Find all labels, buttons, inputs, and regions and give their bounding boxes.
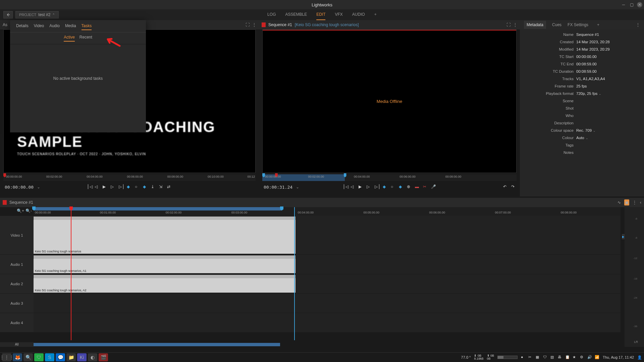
app-resolve[interactable]: ◐: [88, 353, 97, 361]
app-k[interactable]: Ki: [77, 353, 87, 361]
tray-print-icon[interactable]: 🖶: [558, 355, 562, 360]
meta-value[interactable]: 720p, 25 fps⌄: [576, 92, 601, 96]
popup-tab-tasks[interactable]: Tasks: [82, 23, 92, 30]
add-cue-icon[interactable]: ⊕: [407, 184, 412, 190]
meta-row[interactable]: Colour spaceRec. 709⌄: [520, 127, 644, 134]
chevron-down-icon[interactable]: ⌄: [586, 136, 588, 140]
undo-icon[interactable]: ↶: [503, 184, 508, 190]
menu-dots-icon[interactable]: ⋮: [636, 22, 640, 27]
tray-gpu-icon[interactable]: ▧: [550, 355, 555, 360]
source-ruler[interactable]: 00:00:00.00 00:02:00.00 00:04:00.00 00:0…: [3, 174, 256, 181]
track-lane[interactable]: Keio SG coaching tough scenarios, A2: [34, 274, 621, 293]
replace-icon[interactable]: ⇄: [167, 184, 172, 190]
expand-meter-icon[interactable]: ▶: [622, 234, 625, 239]
source-timecode[interactable]: 00:00:00.00: [5, 185, 34, 190]
meta-row[interactable]: Description: [520, 119, 644, 127]
meta-row[interactable]: TC Duration00:08:59.00: [520, 68, 644, 75]
app-skype[interactable]: S: [45, 353, 54, 361]
track-all-label[interactable]: All: [0, 342, 34, 347]
track-label[interactable]: Video 1: [0, 216, 34, 254]
app-shield[interactable]: 🛡: [34, 353, 44, 361]
tray-volume-icon[interactable]: 🔊: [587, 355, 592, 360]
mark-in-icon[interactable]: ◆: [127, 184, 132, 190]
timeline-ruler[interactable]: 00:00:00.00 00:01:00.00 00:02:00.00 00:0…: [34, 207, 621, 216]
play-icon[interactable]: ▶: [359, 184, 364, 190]
add-tab-icon[interactable]: +: [597, 22, 599, 27]
app-files[interactable]: 📁: [66, 353, 76, 361]
user-icon[interactable]: 👤: [637, 355, 642, 360]
meta-value[interactable]: 00:08:59.00: [576, 62, 597, 66]
menu-dots-icon[interactable]: ⋮: [252, 22, 256, 27]
project-selector[interactable]: PROJECT test #2 ⌃: [15, 11, 59, 18]
mark-out-icon[interactable]: ◆: [399, 184, 404, 190]
goto-end-icon[interactable]: ▷⎪: [375, 184, 380, 190]
tray-star-icon[interactable]: ★: [573, 355, 577, 360]
track-label[interactable]: Audio 1: [0, 255, 34, 274]
menu-dots-icon[interactable]: ⋮: [633, 200, 637, 205]
clip[interactable]: Keio SG coaching tough scenarios, A2: [34, 275, 296, 293]
track-lane[interactable]: [34, 294, 621, 313]
chevron-down-icon[interactable]: ⌄: [599, 92, 601, 96]
track-lane[interactable]: [34, 313, 621, 332]
overwrite-icon[interactable]: ⇲: [159, 184, 164, 190]
meta-row[interactable]: Frame rate25 fps: [520, 82, 644, 90]
mic-icon[interactable]: 🎤: [431, 184, 436, 190]
meta-row[interactable]: TC End00:08:59.00: [520, 60, 644, 68]
app-lightworks[interactable]: 🎬: [99, 353, 108, 361]
insert-icon[interactable]: ⤓: [151, 184, 156, 190]
meta-row[interactable]: TC Start00:00:00.00: [520, 53, 644, 60]
goto-start-icon[interactable]: ⎪◁: [342, 184, 348, 190]
fullscreen-icon[interactable]: ⛶: [246, 22, 250, 27]
meta-row[interactable]: Who: [520, 112, 644, 119]
popup-tab-media[interactable]: Media: [65, 23, 76, 30]
timeline-scrollbar[interactable]: [34, 342, 621, 347]
track-lane[interactable]: Keio SG coaching tough scenarios: [34, 216, 621, 254]
chevron-down-icon[interactable]: ⌄: [296, 185, 299, 189]
record-canvas[interactable]: Media Offline: [262, 29, 517, 173]
popup-tab-video[interactable]: Video: [34, 23, 44, 30]
tab-audio[interactable]: AUDIO: [352, 9, 365, 20]
clear-marks-icon[interactable]: ○: [135, 184, 140, 190]
chevron-down-icon[interactable]: ⌄: [37, 185, 40, 189]
track-label[interactable]: Audio 2: [0, 274, 34, 293]
mark-in-icon[interactable]: ◆: [383, 184, 388, 190]
popup-tab-audio[interactable]: Audio: [49, 23, 60, 30]
app-search[interactable]: 🔍: [23, 353, 33, 361]
app-firefox[interactable]: 🦊: [13, 353, 22, 361]
scrollbar-thumb[interactable]: [34, 343, 280, 346]
meta-row[interactable]: Tags: [520, 141, 644, 149]
tray-icon[interactable]: ✂: [528, 355, 533, 360]
tray-wifi-icon[interactable]: 📶: [595, 355, 599, 360]
minimize-button[interactable]: ─: [621, 2, 626, 7]
meta-row[interactable]: Scene: [520, 97, 644, 105]
app-chat[interactable]: 💬: [56, 353, 65, 361]
redo-icon[interactable]: ↷: [511, 184, 517, 190]
tab-cues[interactable]: Cues: [552, 22, 561, 27]
tab-vfx[interactable]: VFX: [335, 9, 343, 20]
step-back-icon[interactable]: ◁: [95, 184, 100, 190]
maximize-button[interactable]: ▢: [629, 2, 634, 7]
tab-assemble[interactable]: ASSEMBLE: [285, 9, 307, 20]
fullscreen-icon[interactable]: ⛶: [506, 22, 511, 27]
goto-end-icon[interactable]: ▷⎪: [119, 184, 124, 190]
popup-tab-details[interactable]: Details: [16, 23, 29, 30]
meta-row[interactable]: NameSequence #1: [520, 31, 644, 38]
meta-row[interactable]: Playback format720p, 25 fps⌄: [520, 90, 644, 97]
close-button[interactable]: ✕: [637, 2, 642, 7]
tab-edit[interactable]: EDIT: [316, 9, 325, 20]
chevron-down-icon[interactable]: ⌄: [593, 129, 596, 132]
tray-clipboard-icon[interactable]: 📋: [565, 355, 570, 360]
back-button[interactable]: [3, 11, 13, 18]
clip[interactable]: Keio SG coaching tough scenarios, A1: [34, 255, 296, 273]
menu-dots-icon[interactable]: ⋮: [513, 22, 517, 27]
snap-icon[interactable]: ▣: [624, 199, 629, 205]
delete-icon[interactable]: ✂: [423, 184, 428, 190]
playhead-marker[interactable]: [3, 173, 6, 177]
mark-out-icon[interactable]: ◆: [143, 184, 148, 190]
meta-value[interactable]: 00:08:59.00: [576, 69, 597, 73]
step-back-icon[interactable]: ◁: [351, 184, 356, 190]
meta-row[interactable]: Created14 Mar 2023, 20:28: [520, 38, 644, 46]
apps-menu-icon[interactable]: ⋮⋮⋮: [2, 353, 11, 361]
meta-value[interactable]: 25 fps: [576, 84, 587, 88]
add-tab-button[interactable]: +: [374, 9, 377, 20]
